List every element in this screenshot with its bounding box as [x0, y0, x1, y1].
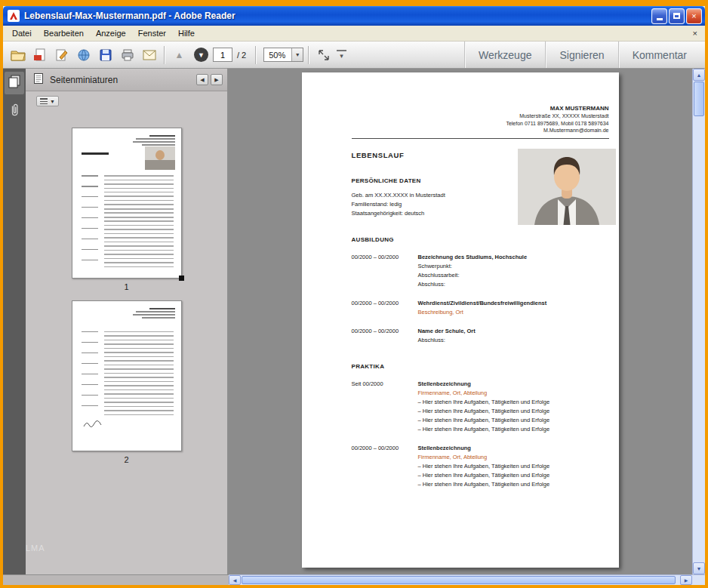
personal-line: Staatsangehörigkeit: deutsch [352, 209, 609, 218]
email-button[interactable] [139, 45, 159, 65]
pdf-page: MAX MUSTERMANN Musterstraße XX, XXXXX Mu… [302, 72, 619, 568]
menu-anzeige[interactable]: Anzeige [90, 27, 132, 39]
save-button[interactable] [95, 45, 115, 65]
more-icon: ▾ [340, 52, 343, 60]
thumb2-signature [83, 417, 103, 431]
entry-bullet: – Hier stehen Ihre Aufgaben, Tätigkeiten… [418, 471, 609, 480]
scroll-left-button[interactable]: ◀ [229, 575, 241, 585]
document-area[interactable]: MAX MUSTERMANN Musterstraße XX, XXXXX Mu… [228, 69, 692, 574]
resize-corner[interactable] [692, 574, 705, 585]
vertical-scroll-track[interactable] [693, 81, 705, 562]
print-button[interactable] [117, 45, 137, 65]
section-praktika-heading: PRAKTIKA [352, 363, 609, 370]
maximize-button[interactable] [669, 8, 685, 24]
signieren-button[interactable]: Signieren [545, 42, 617, 68]
toolbar-more-button[interactable]: ▾ [337, 50, 346, 60]
fit-window-icon [317, 48, 331, 62]
expand-panel-button[interactable]: ▶ [211, 74, 223, 85]
vertical-scrollbar[interactable]: ▲ ▼ [692, 69, 705, 574]
print-icon [121, 48, 134, 62]
zoom-control[interactable]: 50% ▼ [263, 48, 303, 62]
panel-title: Seitenminiaturen [50, 75, 118, 85]
werkzeuge-button[interactable]: Werkzeuge [464, 42, 546, 68]
horizontal-scroll-thumb[interactable] [242, 576, 676, 584]
section-personal-heading: PERSÖNLICHE DATEN [352, 177, 609, 184]
toolbar: ▲ ▼ / 2 50% ▼ ▾ Werkzeuge Signieren Komm… [3, 42, 705, 69]
titlebar[interactable]: Lebenslauf-Max-Mustermann.pdf - Adobe Re… [3, 6, 705, 26]
entry-bullet: – Hier stehen Ihre Aufgaben, Tätigkeiten… [418, 425, 609, 434]
minimize-button[interactable] [651, 8, 667, 24]
thumbnail-resize-handle[interactable] [179, 276, 184, 281]
sign-pen-icon [55, 48, 69, 62]
scroll-right-button[interactable]: ▶ [680, 575, 692, 585]
menu-datei[interactable]: Datei [6, 27, 38, 39]
kommentar-button[interactable]: Kommentar [618, 42, 700, 68]
entry-line: Abschluss: [418, 336, 609, 345]
menu-fenster[interactable]: Fenster [132, 27, 172, 39]
create-pdf-icon [33, 48, 47, 62]
email-icon [143, 50, 156, 60]
share-icon [77, 48, 91, 62]
next-page-icon: ▼ [194, 48, 208, 62]
page-number-input[interactable] [213, 48, 232, 62]
menu-bearbeiten[interactable]: Bearbeiten [38, 27, 90, 39]
open-file-button[interactable] [8, 45, 28, 65]
entry-bullet: – Hier stehen Ihre Aufgaben, Tätigkeiten… [418, 398, 609, 407]
thumb1-title-line [82, 152, 109, 155]
page-thumbnail-2[interactable] [72, 300, 182, 451]
previous-page-button[interactable]: ▲ [169, 45, 189, 65]
create-pdf-button[interactable] [29, 45, 50, 65]
vertical-scroll-thumb[interactable] [694, 82, 704, 116]
scroll-up-button[interactable]: ▲ [693, 69, 705, 81]
header-divider [352, 138, 609, 139]
cv-address: Musterstraße XX, XXXXX Musterstadt [352, 112, 609, 120]
entry-title: Wehrdienst/Zivildienst/Bundesfreiwillige… [418, 299, 609, 308]
praktika-entry: 00/2000 – 00/2000 Stellenbezeichnung Fir… [352, 444, 609, 489]
share-button[interactable] [73, 45, 94, 65]
sign-pen-button[interactable] [51, 45, 72, 65]
options-dropdown-icon: ▼ [50, 99, 55, 104]
page-thumbnail-1[interactable] [72, 128, 182, 279]
menu-hilfe[interactable]: Hilfe [172, 27, 201, 39]
collapse-panel-icon: ◀ [200, 77, 204, 83]
zoom-dropdown-icon[interactable]: ▼ [291, 48, 303, 61]
page-total-label: / 2 [237, 51, 246, 60]
cv-phone: Telefon 0711 8975689, Mobil 0178 5897634 [352, 120, 609, 128]
close-icon: × [691, 12, 696, 20]
entry-date: 00/2000 – 00/2000 [352, 299, 418, 317]
thumbnail-1-label: 1 [26, 282, 227, 291]
expand-panel-icon: ▶ [214, 77, 218, 83]
toolbar-separator [164, 46, 165, 64]
thumbnails-options-button[interactable]: ▼ [36, 96, 59, 106]
fit-window-button[interactable] [313, 45, 334, 65]
maximize-icon [673, 13, 680, 19]
next-page-button[interactable]: ▼ [191, 45, 211, 65]
thumbnail-list: 1 2 [26, 111, 227, 574]
close-document-button[interactable]: × [688, 29, 702, 38]
thumbnail-2-label: 2 [26, 455, 227, 464]
navigation-pane-strip [3, 69, 26, 574]
personal-line: Geb. am XX.XX.XXXX in Musterstadt [352, 191, 609, 200]
toolbar-separator [308, 46, 309, 64]
horizontal-scroll-track[interactable] [241, 575, 680, 585]
entry-date: 00/2000 – 00/2000 [352, 253, 418, 289]
cv-title: LEBENSLAUF [352, 151, 609, 159]
scroll-down-icon: ▼ [697, 566, 702, 571]
page-thumbnails-tab[interactable] [5, 72, 24, 94]
collapse-panel-button[interactable]: ◀ [196, 74, 208, 85]
previous-page-icon: ▲ [175, 50, 184, 60]
ausbildung-entry: 00/2000 – 00/2000 Wehrdienst/Zivildienst… [352, 299, 609, 317]
cv-email: M.Mustermann@domain.de [352, 127, 609, 134]
attachments-tab[interactable] [5, 100, 24, 123]
zoom-value: 50% [264, 48, 291, 61]
scroll-down-button[interactable]: ▼ [693, 562, 705, 574]
entry-bullet: – Hier stehen Ihre Aufgaben, Tätigkeiten… [418, 407, 609, 416]
thumb2-text-lines [82, 331, 174, 416]
entry-title: Name der Schule, Ort [418, 327, 609, 336]
horizontal-scrollbar[interactable]: ◀ ▶ [229, 574, 692, 585]
entry-date: 00/2000 – 00/2000 [352, 327, 418, 345]
entry-bullet: – Hier stehen Ihre Aufgaben, Tätigkeiten… [418, 416, 609, 425]
close-button[interactable]: × [686, 8, 702, 24]
entry-line: Abschluss: [418, 280, 609, 289]
adobe-reader-window: Lebenslauf-Max-Mustermann.pdf - Adobe Re… [0, 0, 708, 588]
